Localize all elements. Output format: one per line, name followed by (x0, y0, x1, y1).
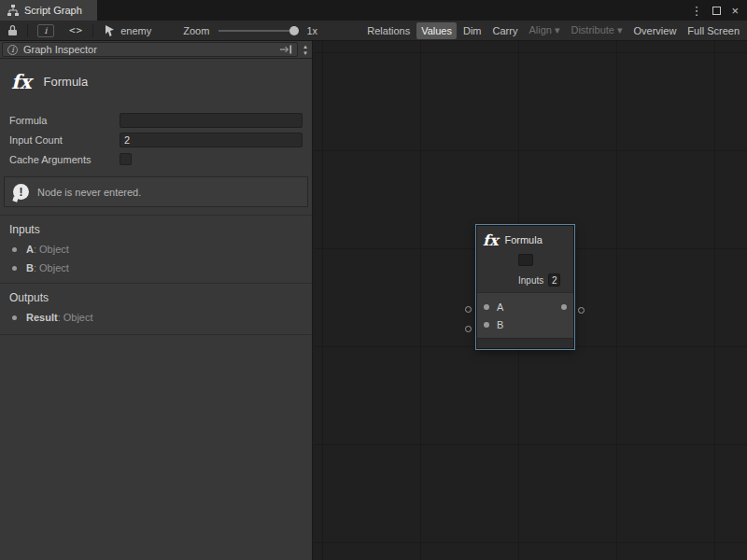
outputs-section: Outputs Result : Object (0, 283, 312, 335)
input-socket-b[interactable] (465, 326, 472, 332)
inspector-header-title: Graph Inspector (23, 44, 97, 55)
graph-toolbar: i <> enemy Zoom 1x Relations Values Dim … (0, 21, 747, 41)
code-icon[interactable]: <> (69, 24, 83, 36)
overview-button[interactable]: Overview (629, 22, 682, 39)
unit-title-section: fx Formula (0, 59, 312, 108)
formula-node-ports: A B (477, 292, 573, 338)
window-menu-icon[interactable]: ⋮ (690, 5, 702, 17)
output-port-result-icon[interactable] (561, 304, 567, 310)
formula-input[interactable] (120, 113, 303, 128)
input-socket-a[interactable] (465, 306, 472, 313)
cache-arguments-field-row: Cache Arguments (9, 151, 303, 167)
carry-button[interactable]: Carry (488, 22, 523, 39)
window-tab-bar: Script Graph ⋮ × (0, 0, 747, 21)
port-name: Result (26, 312, 58, 323)
toolbar-divider (27, 24, 28, 37)
zoom-label: Zoom (183, 25, 209, 36)
port-icon (12, 315, 17, 320)
cursor-icon (105, 25, 115, 36)
values-button[interactable]: Values (416, 22, 457, 39)
inspector-fields: Formula Input Count Cache Arguments (0, 108, 312, 167)
inspector-header: i Graph Inspector ▴ ▾ (0, 41, 312, 59)
unit-title: Formula (44, 75, 89, 89)
formula-field-label: Formula (9, 115, 120, 126)
info-icon: i (7, 45, 18, 55)
align-button[interactable]: Align ▾ (524, 21, 564, 39)
formula-node-footer (477, 338, 573, 348)
input-count-field-row: Input Count (9, 132, 303, 147)
cache-arguments-checkbox[interactable] (120, 153, 132, 165)
node-port-row-b: B (484, 315, 567, 333)
port-name: B (26, 262, 34, 273)
relations-button[interactable]: Relations (362, 22, 415, 39)
formula-field-row: Formula (9, 112, 303, 128)
dim-button[interactable]: Dim (458, 22, 486, 39)
node-title: Formula (504, 234, 542, 245)
input-port-a-icon[interactable] (484, 304, 489, 310)
zoom-slider[interactable] (218, 25, 299, 36)
info-icon[interactable]: i (37, 24, 54, 37)
toolbar-divider (92, 24, 93, 37)
node-port-label: A (497, 301, 503, 313)
inputs-section-title: Inputs (9, 223, 303, 236)
input-count-input[interactable] (120, 133, 303, 147)
maximize-icon[interactable] (712, 7, 721, 15)
zoom-slider-track (218, 30, 299, 32)
fx-icon: fx (483, 231, 498, 249)
dock-icon[interactable] (280, 45, 292, 54)
zoom-slider-handle[interactable] (289, 26, 299, 35)
warning-text: Node is never entered. (37, 187, 141, 198)
zoom-value: 1x (306, 25, 317, 36)
graph-icon (7, 5, 19, 16)
fx-icon: fx (11, 70, 32, 93)
input-port-row-a: A : Object (9, 240, 303, 259)
graph-breadcrumb[interactable]: enemy (105, 25, 151, 36)
warning-icon: ! (13, 184, 29, 200)
cache-arguments-label: Cache Arguments (9, 154, 120, 165)
warning-box: ! Node is never entered. (4, 176, 308, 207)
window-controls: ⋮ × (690, 0, 747, 21)
port-icon (12, 266, 17, 271)
port-name: A (26, 244, 34, 255)
toolbar-buttons: Relations Values Dim Carry Align ▾ Distr… (362, 21, 747, 39)
scroll-up-icon[interactable]: ▴ (303, 43, 307, 49)
formula-node-header: fx Formula Inputs 2 (477, 226, 573, 292)
lock-icon[interactable] (7, 24, 18, 36)
port-icon (12, 247, 17, 252)
input-port-b-icon[interactable] (484, 322, 489, 328)
unity-script-graph-window: Script Graph ⋮ × i <> enemy Zoom (0, 0, 747, 560)
port-type: : Object (34, 244, 69, 255)
output-port-row-result: Result : Object (9, 308, 303, 327)
tab-label: Script Graph (24, 5, 82, 16)
main-area: i Graph Inspector ▴ ▾ fx Formula (0, 41, 747, 560)
inspector-header-field[interactable]: i Graph Inspector (2, 42, 298, 57)
input-port-row-b: B : Object (9, 259, 303, 277)
outputs-section-title: Outputs (9, 291, 303, 304)
graph-inspector-panel: i Graph Inspector ▴ ▾ fx Formula (0, 41, 313, 560)
node-inputs-count[interactable]: 2 (548, 273, 560, 287)
input-count-label: Input Count (9, 134, 120, 146)
tab-script-graph[interactable]: Script Graph (0, 0, 97, 21)
port-type: : Object (58, 312, 93, 323)
formula-node[interactable]: fx Formula Inputs 2 A (476, 225, 574, 349)
node-port-row-a: A (484, 298, 567, 315)
node-port-label: B (497, 319, 503, 330)
output-socket-result[interactable] (578, 307, 585, 314)
graph-canvas[interactable]: fx Formula Inputs 2 A (314, 41, 747, 560)
scroll-down-icon[interactable]: ▾ (303, 49, 307, 56)
node-inputs-label: Inputs (518, 275, 543, 286)
fullscreen-button[interactable]: Full Screen (683, 22, 744, 39)
graph-name: enemy (120, 25, 151, 36)
inputs-section: Inputs A : Object B : Object (0, 215, 312, 283)
port-type: : Object (34, 262, 69, 273)
panel-scroll-arrows[interactable]: ▴ ▾ (299, 41, 312, 58)
node-formula-input[interactable] (518, 254, 533, 266)
close-icon[interactable]: × (731, 5, 739, 17)
distribute-button[interactable]: Distribute ▾ (566, 21, 627, 39)
